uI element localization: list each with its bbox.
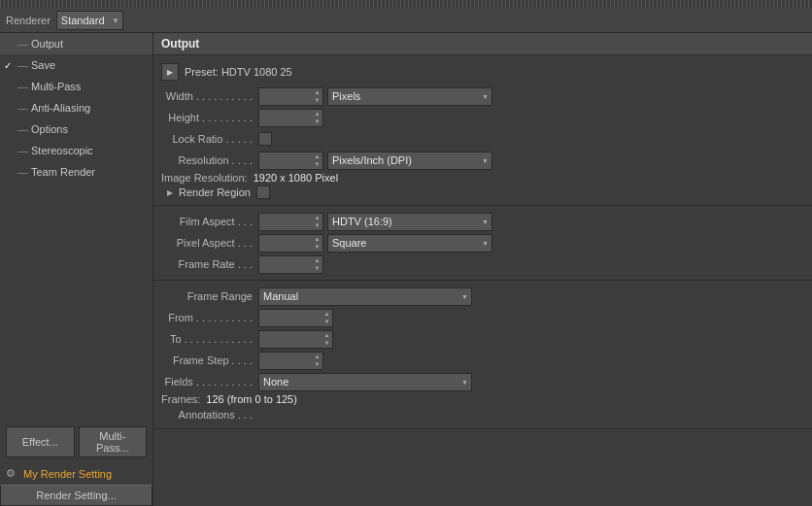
spin-up-icon[interactable]: ▲	[321, 310, 332, 319]
sidebar-item-options[interactable]: — Options	[0, 118, 152, 140]
frame-step-label: Frame Step . . . .	[161, 354, 258, 366]
fields-value: None Even Odd	[258, 373, 472, 391]
to-spinner[interactable]: ▲ ▼	[321, 330, 333, 349]
sidebar-item-team-render[interactable]: — Team Render	[0, 161, 152, 183]
fields-select[interactable]: None Even Odd	[258, 373, 472, 391]
spin-up-icon[interactable]: ▲	[312, 214, 322, 222]
width-input[interactable]: 1920	[258, 87, 312, 106]
height-input[interactable]: 1080	[258, 109, 312, 127]
tree-dash: —	[17, 123, 28, 135]
multi-pass-button[interactable]: Multi-Pass...	[79, 426, 148, 457]
spin-up-icon[interactable]: ▲	[312, 256, 322, 265]
width-label: Width . . . . . . . . . .	[161, 90, 258, 102]
spin-down-icon[interactable]: ▼	[321, 339, 332, 348]
main-layout: — Output ✓ — Save — Multi-Pass — Anti-Al…	[0, 33, 812, 506]
render-region-row: ▶ Render Region	[161, 186, 804, 199]
render-region-toggle[interactable]: ▶	[165, 187, 175, 197]
frame-rate-spinner[interactable]: ▲ ▼	[312, 255, 323, 274]
from-spinner[interactable]: ▲ ▼	[321, 309, 333, 327]
spin-up-icon[interactable]: ▲	[312, 152, 322, 161]
frame-range-row: Frame Range Manual Current Frame Preview…	[161, 287, 804, 306]
spin-down-icon[interactable]: ▼	[312, 243, 322, 252]
image-resolution-label: Image Resolution:	[161, 172, 248, 184]
spin-down-icon[interactable]: ▼	[312, 264, 322, 273]
render-region-checkbox[interactable]	[256, 186, 270, 199]
sidebar-label-antialiasing: Anti-Aliasing	[31, 102, 90, 114]
frame-rate-input-group: 25 ▲ ▼	[258, 255, 323, 274]
sidebar-label-stereoscopic: Stereoscopic	[31, 145, 93, 156]
frame-rate-value: 25 ▲ ▼	[258, 255, 323, 274]
sidebar-item-save[interactable]: ✓ — Save	[0, 54, 152, 76]
sidebar-item-multi-pass[interactable]: — Multi-Pass	[0, 76, 152, 97]
film-aspect-select[interactable]: HDTV (16:9) Standard (4:3) CinemaScope	[327, 213, 492, 231]
pixel-aspect-unit-wrapper[interactable]: Square NTSC D1 PAL D1	[327, 234, 492, 253]
spin-up-icon[interactable]: ▲	[312, 88, 322, 97]
lock-ratio-checkbox[interactable]	[258, 132, 272, 146]
effects-button[interactable]: Effect...	[6, 426, 75, 457]
spin-up-icon[interactable]: ▲	[312, 353, 322, 361]
to-input[interactable]: 150 F	[258, 330, 321, 349]
from-input-group: 0 F ▲ ▼	[258, 309, 333, 327]
fields-wrapper[interactable]: None Even Odd	[258, 373, 472, 391]
frame-range-value: Manual Current Frame Preview Range All F…	[258, 287, 472, 306]
tree-dash: —	[17, 166, 28, 178]
frame-range-wrapper[interactable]: Manual Current Frame Preview Range All F…	[258, 287, 472, 306]
width-input-group: 1920 ▲ ▼	[258, 87, 323, 106]
from-input[interactable]: 0 F	[258, 309, 321, 327]
height-spinner[interactable]: ▲ ▼	[312, 109, 323, 127]
pixel-aspect-label: Pixel Aspect . . .	[161, 237, 258, 249]
spin-down-icon[interactable]: ▼	[312, 221, 322, 230]
spin-down-icon[interactable]: ▼	[321, 318, 332, 326]
frame-range-select[interactable]: Manual Current Frame Preview Range All F…	[258, 287, 472, 306]
settings-item[interactable]: ⚙ My Render Setting	[0, 463, 152, 485]
annotations-label: Annotations . . .	[161, 409, 258, 421]
to-value: 150 F ▲ ▼	[258, 330, 333, 349]
sidebar-item-stereoscopic[interactable]: — Stereoscopic	[0, 140, 152, 161]
film-aspect-unit-wrapper[interactable]: HDTV (16:9) Standard (4:3) CinemaScope	[327, 213, 492, 231]
resolution-row: Resolution . . . . 72 ▲ ▼ Pixels/Inch (D…	[161, 151, 804, 170]
tree-dash: —	[17, 59, 28, 71]
lock-ratio-row: Lock Ratio . . . . .	[161, 129, 804, 149]
image-resolution-row: Image Resolution: 1920 x 1080 Pixel	[161, 172, 804, 184]
spin-up-icon[interactable]: ▲	[321, 331, 332, 340]
renderer-select-wrapper[interactable]: Standard	[56, 11, 123, 30]
sidebar-item-anti-aliasing[interactable]: — Anti-Aliasing	[0, 97, 152, 118]
resolution-input[interactable]: 72	[258, 152, 312, 170]
spin-down-icon[interactable]: ▼	[312, 360, 322, 369]
film-aspect-input[interactable]: 1.778	[258, 213, 312, 231]
render-setting-button[interactable]: Render Setting...	[0, 485, 152, 506]
sidebar-item-output[interactable]: — Output	[0, 33, 152, 54]
film-aspect-spinner[interactable]: ▲ ▼	[312, 213, 323, 231]
frame-rate-input[interactable]: 25	[258, 255, 312, 274]
pixel-aspect-input[interactable]: 1	[258, 234, 312, 253]
width-unit-select[interactable]: Pixels Centimeters Millimeters Inches	[327, 87, 492, 106]
renderer-select[interactable]: Standard	[56, 11, 123, 30]
width-unit-wrapper[interactable]: Pixels Centimeters Millimeters Inches	[327, 87, 492, 106]
pixel-aspect-select[interactable]: Square NTSC D1 PAL D1	[327, 234, 492, 253]
spin-down-icon[interactable]: ▼	[312, 96, 322, 105]
tree-dash: —	[17, 81, 28, 92]
preset-section: ▶ Preset: HDTV 1080 25 Width . . . . . .…	[153, 55, 812, 206]
pixel-aspect-spinner[interactable]: ▲ ▼	[312, 234, 323, 253]
width-spinner[interactable]: ▲ ▼	[312, 87, 323, 106]
settings-label: My Render Setting	[23, 468, 112, 480]
check-icon: ✓	[4, 60, 17, 71]
height-input-group: 1080 ▲ ▼	[258, 109, 323, 127]
resolution-spinner[interactable]: ▲ ▼	[312, 152, 323, 170]
preset-play-button[interactable]: ▶	[161, 63, 179, 81]
spin-up-icon[interactable]: ▲	[312, 235, 322, 244]
spin-up-icon[interactable]: ▲	[312, 110, 322, 118]
frame-step-value: 1 ▲ ▼	[258, 352, 323, 370]
frame-step-spinner[interactable]: ▲ ▼	[312, 352, 323, 370]
resolution-unit-select[interactable]: Pixels/Inch (DPI) Pixels/Centimeter	[327, 152, 492, 170]
frame-step-row: Frame Step . . . . 1 ▲ ▼	[161, 351, 804, 370]
sidebar-action-buttons: Effect... Multi-Pass...	[0, 421, 152, 463]
height-value: 1080 ▲ ▼	[258, 109, 323, 127]
sidebar-label-save: Save	[31, 59, 55, 71]
frames-value: 126 (from 0 to 125)	[206, 393, 297, 405]
resolution-unit-wrapper[interactable]: Pixels/Inch (DPI) Pixels/Centimeter	[327, 152, 492, 170]
spin-down-icon[interactable]: ▼	[312, 160, 322, 169]
annotations-row: Annotations . . .	[161, 409, 804, 421]
spin-down-icon[interactable]: ▼	[312, 118, 322, 126]
frame-step-input[interactable]: 1	[258, 352, 312, 370]
